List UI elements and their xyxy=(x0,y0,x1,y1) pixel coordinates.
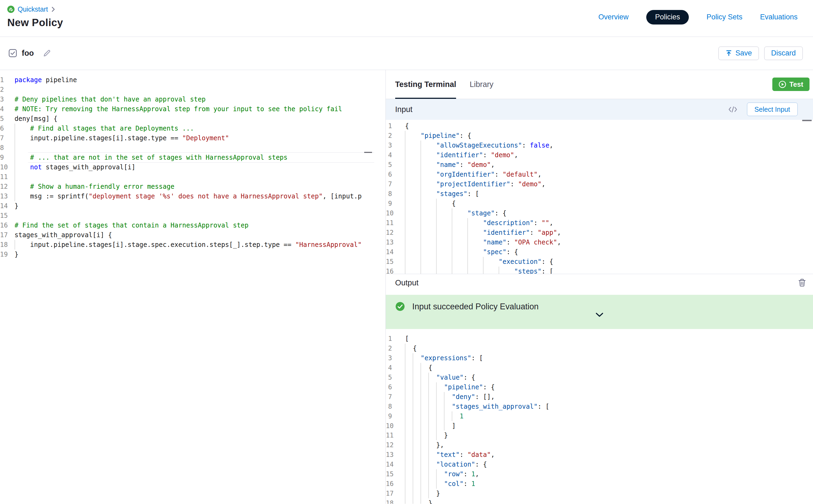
line-number: 3 xyxy=(386,141,405,150)
code-line: 2 xyxy=(0,85,385,95)
code-line: 11 xyxy=(0,172,385,182)
policy-code-editor[interactable]: 1package pipeline23# Deny pipelines that… xyxy=(0,70,386,504)
top-nav: Overview Policies Policy Sets Evaluation… xyxy=(598,10,797,25)
code-line: 10 ] xyxy=(386,421,813,431)
input-json-editor[interactable]: 1{2 "pipeline": {3 "allowStageExecutions… xyxy=(386,120,813,274)
output-code-lines: 1[2 {3 "expressions": [4 {5 "value": {6 … xyxy=(386,334,813,504)
edit-policy-name-button[interactable] xyxy=(43,49,51,57)
clear-output-button[interactable] xyxy=(798,279,806,287)
policy-name: foo xyxy=(22,49,34,58)
code-line: 8 xyxy=(0,143,385,153)
line-number: 11 xyxy=(386,431,405,440)
code-line: 14 "location": { xyxy=(386,460,813,469)
line-number: 15 xyxy=(0,211,15,221)
code-line: 18 input.pipeline.stages[i].stage.spec.e… xyxy=(0,240,385,250)
editor-decoration-dash xyxy=(364,152,372,153)
code-line: 13 "text": "data", xyxy=(386,450,813,460)
code-line: 12 "identifier": "app", xyxy=(386,228,813,237)
output-json-viewer[interactable]: 1[2 {3 "expressions": [4 {5 "value": {6 … xyxy=(386,329,813,504)
success-check-icon xyxy=(395,302,405,311)
line-number: 14 xyxy=(0,201,15,211)
line-number: 14 xyxy=(386,460,405,469)
code-line: 4# NOTE: Try removing the HarnessApprova… xyxy=(0,104,385,114)
code-view-toggle-icon[interactable] xyxy=(728,106,738,113)
line-number: 9 xyxy=(386,199,405,208)
code-line: 9 { xyxy=(386,199,813,208)
line-number: 7 xyxy=(386,392,405,402)
nav-evaluations[interactable]: Evaluations xyxy=(760,13,797,21)
upload-icon xyxy=(725,50,732,57)
editor-code-lines[interactable]: 1package pipeline23# Deny pipelines that… xyxy=(0,75,385,259)
line-number: 6 xyxy=(386,382,405,392)
banner-content-row: Input succeeded Policy Evaluation xyxy=(386,295,813,311)
line-number: 7 xyxy=(386,179,405,189)
line-number: 1 xyxy=(386,334,405,344)
code-line: 6 "pipeline": { xyxy=(386,382,813,392)
breadcrumb-link[interactable]: Quickstart xyxy=(18,5,48,13)
line-number: 11 xyxy=(386,218,405,228)
discard-button-label: Discard xyxy=(771,49,796,57)
line-number: 3 xyxy=(0,95,15,104)
tab-library[interactable]: Library xyxy=(470,70,494,99)
policy-toolbar: foo Save Discard xyxy=(0,37,813,70)
code-line: 7 input.pipeline.stages[i].stage.type ==… xyxy=(0,133,385,143)
tab-testing-terminal[interactable]: Testing Terminal xyxy=(395,70,456,99)
nav-policies[interactable]: Policies xyxy=(646,10,689,25)
code-line: 10 "stage": { xyxy=(386,208,813,218)
code-line: 1[ xyxy=(386,334,813,344)
line-number: 17 xyxy=(0,230,15,240)
nav-policy-sets[interactable]: Policy Sets xyxy=(707,13,742,21)
save-button-label: Save xyxy=(735,49,752,57)
line-number: 4 xyxy=(386,150,405,160)
line-number: 2 xyxy=(0,85,15,95)
code-line: 3 "expressions": [ xyxy=(386,353,813,363)
line-number: 16 xyxy=(386,479,405,489)
editor-decoration-line-bottom xyxy=(28,162,374,163)
code-line: 3 "allowStageExecutions": false, xyxy=(386,141,813,150)
code-line: 2 "pipeline": { xyxy=(386,131,813,141)
line-number: 13 xyxy=(0,191,15,201)
line-number: 8 xyxy=(0,143,15,153)
code-line: 4 { xyxy=(386,363,813,373)
nav-overview[interactable]: Overview xyxy=(598,13,629,21)
input-scrollbar-thumb[interactable] xyxy=(802,120,812,121)
page-header: Quickstart New Policy Overview Policies … xyxy=(0,0,813,37)
line-number: 9 xyxy=(0,153,15,162)
code-line: 7 "deny": [], xyxy=(386,392,813,402)
line-number: 5 xyxy=(386,160,405,170)
output-section-header: Output xyxy=(386,274,813,291)
code-line: 1package pipeline xyxy=(0,75,385,85)
line-number: 5 xyxy=(0,114,15,124)
line-number: 19 xyxy=(0,250,15,259)
code-line: 18 } xyxy=(386,498,813,504)
code-line: 11 } xyxy=(386,431,813,440)
code-line: 11 "description": "", xyxy=(386,218,813,228)
code-line: 9 # ... that are not in the set of stage… xyxy=(0,153,385,162)
line-number: 6 xyxy=(0,124,15,133)
input-code-lines[interactable]: 1{2 "pipeline": {3 "allowStageExecutions… xyxy=(386,121,813,274)
line-number: 8 xyxy=(386,189,405,199)
output-title: Output xyxy=(395,278,419,287)
code-line: 7 "projectIdentifier": "demo", xyxy=(386,179,813,189)
code-line: 9 1 xyxy=(386,411,813,421)
line-number: 17 xyxy=(386,489,405,498)
line-number: 3 xyxy=(386,353,405,363)
code-line: 15 "execution": { xyxy=(386,257,813,267)
test-button[interactable]: Test xyxy=(772,78,809,91)
code-line: 16 "col": 1 xyxy=(386,479,813,489)
policy-check-icon xyxy=(8,49,17,58)
line-number: 1 xyxy=(386,121,405,131)
save-button[interactable]: Save xyxy=(718,47,759,60)
code-line: 15 "row": 1, xyxy=(386,469,813,479)
line-number: 18 xyxy=(0,240,15,250)
code-line: 12 }, xyxy=(386,440,813,450)
code-line: 12 # Show a human-friendly error message xyxy=(0,182,385,191)
discard-button[interactable]: Discard xyxy=(764,47,803,60)
harness-logo-icon xyxy=(7,6,15,13)
select-input-button[interactable]: Select Input xyxy=(747,103,798,116)
line-number: 16 xyxy=(386,267,405,274)
code-line: 6 "orgIdentifier": "default", xyxy=(386,170,813,179)
code-line: 16 "steps": [ xyxy=(386,267,813,274)
chevron-down-icon[interactable] xyxy=(595,313,604,318)
code-line: 17 } xyxy=(386,489,813,498)
